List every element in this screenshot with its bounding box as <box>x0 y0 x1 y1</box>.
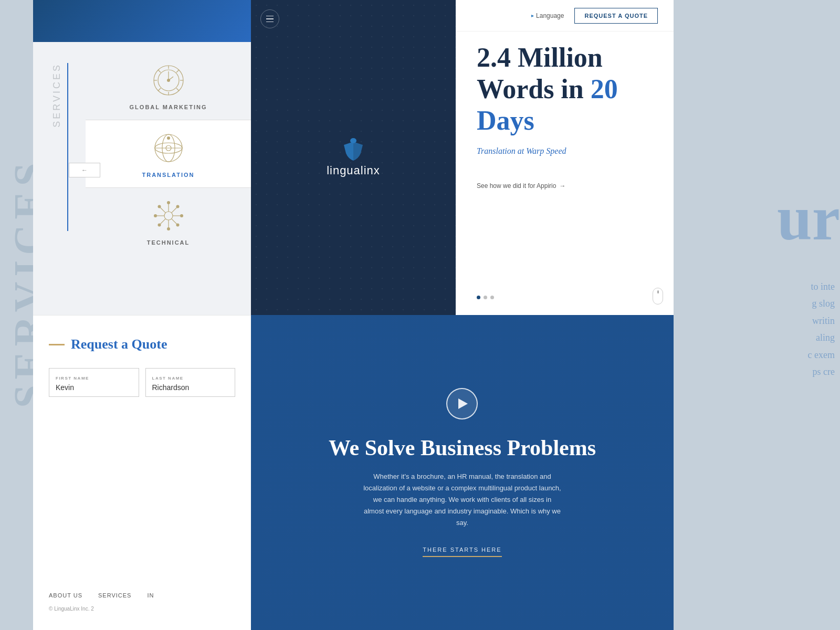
right-panel: ▸ Language REQUEST A QUOTE 2.4 MillionWo… <box>456 0 674 315</box>
global-marketing-icon <box>150 62 187 99</box>
services-vertical-label: SERVICES <box>51 63 62 128</box>
logo-mark <box>327 138 380 161</box>
last-name-field[interactable]: LAST NAME Richardson <box>145 368 236 397</box>
hamburger-line-2 <box>266 18 274 19</box>
bg-right-lines: to integ slogwritinalingc exemps cre <box>808 278 835 380</box>
form-row: FIRST NAME Kevin LAST NAME Richardson <box>49 368 235 397</box>
hamburger-icon <box>266 16 274 23</box>
in-link[interactable]: IN <box>147 592 154 598</box>
appirio-link-arrow: → <box>559 182 565 190</box>
logo-icon <box>340 138 367 161</box>
panels-wrapper: SERVICES ← <box>33 0 674 630</box>
dot-3[interactable] <box>490 296 494 299</box>
hamburger-button[interactable] <box>260 9 279 28</box>
dot-1[interactable] <box>477 296 480 299</box>
bottom-video-section: We Solve Business Problems Whether it's … <box>251 315 674 630</box>
right-panel-content: 2.4 MillionWords in 20 Days Translation … <box>477 42 658 205</box>
video-title: We Solve Business Problems <box>329 435 596 460</box>
headline-part1: 2.4 MillionWords in <box>477 43 603 104</box>
services-link[interactable]: SERVICES <box>98 592 131 598</box>
svg-point-18 <box>167 136 170 140</box>
svg-line-10 <box>176 70 179 72</box>
last-name-value: Richardson <box>152 383 190 392</box>
svg-point-25 <box>154 214 157 217</box>
right-panel-header: ▸ Language REQUEST A QUOTE <box>456 0 674 32</box>
first-name-value: Kevin <box>56 383 74 392</box>
nav-arrow-button[interactable]: ← <box>69 163 100 177</box>
dot-2[interactable] <box>484 296 487 299</box>
about-us-link[interactable]: ABOUT US <box>49 592 82 598</box>
video-content: We Solve Business Problems Whether it's … <box>297 388 627 557</box>
svg-point-23 <box>167 227 170 230</box>
top-panels: SERVICES ← <box>33 0 674 315</box>
play-icon <box>458 398 468 409</box>
svg-point-29 <box>158 205 161 208</box>
service-item-translation[interactable]: TRANSLATION <box>86 120 251 188</box>
bottom-panels: Request a Quote FIRST NAME Kevin LAST NA… <box>33 315 674 630</box>
first-name-field[interactable]: FIRST NAME Kevin <box>49 368 139 397</box>
last-name-label: LAST NAME <box>152 376 229 381</box>
svg-line-11 <box>158 88 161 91</box>
play-button[interactable] <box>446 388 478 419</box>
footer-links: ABOUT US SERVICES IN <box>49 592 154 598</box>
title-dash <box>49 344 65 345</box>
service-items-list: GLOBAL MARKETING TRANSLATION <box>86 52 251 255</box>
svg-point-21 <box>167 201 170 204</box>
subheadline: Translation at Warp Speed <box>477 146 658 156</box>
language-label: Language <box>536 12 564 19</box>
language-arrow: ▸ <box>531 13 534 18</box>
left-panel-top-blue <box>33 0 251 42</box>
translation-label: TRANSLATION <box>142 172 194 178</box>
request-quote-button[interactable]: REQUEST A QUOTE <box>574 8 658 24</box>
services-divider <box>67 63 68 231</box>
language-selector[interactable]: ▸ Language <box>531 12 564 19</box>
technical-label: TECHNICAL <box>147 239 190 246</box>
video-description: Whether it's a brochure, an HR manual, t… <box>362 471 562 529</box>
hamburger-line-3 <box>266 22 274 23</box>
quote-title: Request a Quote <box>71 337 167 352</box>
svg-point-31 <box>176 224 179 227</box>
logo-text: lingualinx <box>327 164 380 177</box>
bg-right-letter: ur <box>777 184 840 253</box>
svg-line-12 <box>176 88 179 91</box>
first-name-label: FIRST NAME <box>56 376 132 381</box>
svg-line-9 <box>158 70 161 72</box>
technical-icon <box>150 197 187 234</box>
left-panel: SERVICES ← <box>33 0 251 315</box>
hamburger-line-1 <box>266 16 274 17</box>
svg-point-33 <box>176 205 179 208</box>
headline: 2.4 MillionWords in 20 Days <box>477 42 658 136</box>
appirio-link-text: See how we did it for Appirio <box>477 182 556 190</box>
bottom-left-panel: Request a Quote FIRST NAME Kevin LAST NA… <box>33 315 251 630</box>
svg-point-35 <box>158 224 161 227</box>
svg-point-36 <box>350 138 356 143</box>
scroll-indicator <box>653 288 663 304</box>
svg-point-8 <box>167 79 170 82</box>
service-item-global-marketing[interactable]: GLOBAL MARKETING <box>86 52 251 120</box>
copyright: © LinguaLinx Inc. 2 <box>49 606 94 612</box>
logo-container: lingualinx <box>327 138 380 177</box>
pagination-dots <box>477 296 494 299</box>
middle-panel: lingualinx <box>251 0 456 315</box>
there-starts-cta[interactable]: THERE STARTS HERE <box>423 547 501 557</box>
appirio-link[interactable]: See how we did it for Appirio → <box>477 182 658 190</box>
translation-icon <box>150 130 187 166</box>
quote-title-row: Request a Quote <box>49 337 235 352</box>
service-item-technical[interactable]: TECHNICAL <box>86 188 251 255</box>
scroll-wheel <box>657 290 659 293</box>
svg-point-27 <box>180 214 183 217</box>
global-marketing-label: GLOBAL MARKETING <box>130 104 207 110</box>
